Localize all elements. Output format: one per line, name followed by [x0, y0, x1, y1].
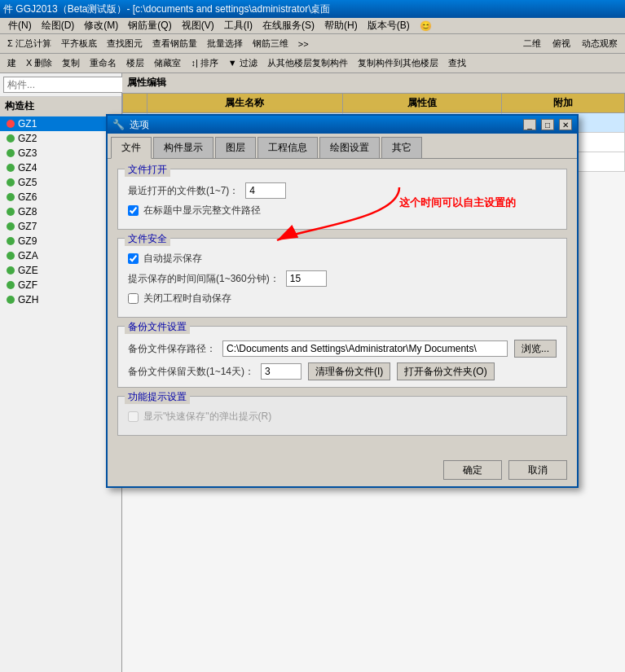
- tree-item-dot: [7, 149, 15, 157]
- toolbar-storage[interactable]: 储藏室: [150, 55, 185, 71]
- toolbar-delete[interactable]: X 删除: [22, 55, 56, 71]
- dialog-tab-工程信息[interactable]: 工程信息: [257, 137, 318, 158]
- dialog-icon: 🔧: [112, 119, 125, 130]
- tree-item-gz4[interactable]: GZ4: [0, 160, 121, 175]
- menu-item-tools[interactable]: 工具(I): [219, 17, 257, 34]
- toolbar-more[interactable]: >>: [294, 37, 313, 51]
- menu-item-help[interactable]: 帮助(H): [319, 17, 363, 34]
- toolbar-dynamic[interactable]: 动态观察: [578, 36, 622, 51]
- tree-item-gzf[interactable]: GZF: [0, 278, 121, 292]
- toolbar-2d[interactable]: 二维: [519, 36, 545, 51]
- backup-days-input[interactable]: [261, 363, 301, 380]
- tree-item-gzh[interactable]: GZH: [0, 292, 121, 307]
- tree-item-gz8[interactable]: GZ8: [0, 204, 121, 219]
- quick-save-hint-row: 显示"快速保存"的弹出提示(R): [128, 410, 557, 424]
- menu-bar: 件(N) 绘图(D) 修改(M) 钢筋量(Q) 视图(V) 工具(I) 在线服务…: [0, 18, 625, 34]
- search-input[interactable]: [3, 77, 134, 93]
- show-full-path-checkbox[interactable]: [128, 205, 139, 216]
- toolbar-top-view[interactable]: 俯视: [548, 36, 574, 51]
- browse-button[interactable]: 浏览...: [514, 340, 557, 358]
- toolbar-filter[interactable]: ▼ 过滤: [224, 55, 262, 71]
- menu-item-online[interactable]: 在线服务(S): [257, 17, 319, 34]
- toolbar-batch-select[interactable]: 批量选择: [203, 36, 247, 51]
- dialog-tab-其它[interactable]: 其它: [381, 137, 422, 158]
- save-interval-input[interactable]: [286, 270, 327, 287]
- recent-files-row: 最近打开的文件数(1~7)：: [128, 182, 557, 199]
- dialog-maximize-button[interactable]: □: [541, 119, 554, 130]
- auto-save-label: 自动提示保存: [143, 252, 202, 266]
- menu-item-version[interactable]: 版本号(B): [363, 17, 415, 34]
- file-safety-section: 文件安全 自动提示保存 提示保存的时间间隔(1~360分钟)： 关闭工程时自动保…: [117, 238, 567, 318]
- dialog-minimize-button[interactable]: _: [523, 119, 536, 130]
- tree-item-gz7[interactable]: GZ7: [0, 219, 121, 234]
- tree-item-dot: [7, 296, 15, 304]
- menu-item-file[interactable]: 件(N): [3, 17, 37, 34]
- toolbar-find-elem[interactable]: 查找图元: [103, 36, 147, 51]
- toolbar-copy[interactable]: 复制: [58, 55, 84, 71]
- cancel-button[interactable]: 取消: [508, 460, 567, 480]
- dialog-close-button[interactable]: ✕: [559, 119, 572, 130]
- tree-item-label: GZ1: [18, 118, 37, 130]
- tree-item-dot: [7, 252, 15, 260]
- tree-item-label: GZH: [18, 294, 38, 305]
- toolbar-copy-to-floor[interactable]: 复制构件到其他楼层: [354, 55, 442, 71]
- ok-button[interactable]: 确定: [443, 460, 502, 480]
- toolbar-1: Σ 汇总计算 平齐板底 查找图元 查看钢筋量 批量选择 钢筋三维 >> 二维 俯…: [0, 34, 625, 54]
- dialog-tab-图层[interactable]: 图层: [215, 137, 256, 158]
- save-interval-label: 提示保存的时间间隔(1~360分钟)：: [128, 272, 279, 286]
- recent-files-input[interactable]: [245, 182, 286, 199]
- tree-item-label: GZA: [18, 250, 38, 261]
- toolbar-sort[interactable]: ↕| 排序: [187, 55, 222, 71]
- dialog-footer: 确定 取消: [108, 454, 577, 486]
- toolbar-copy-from-floor[interactable]: 从其他楼层复制构件: [263, 55, 352, 71]
- dialog-title-text: 选项: [130, 118, 518, 132]
- tree-item-gze[interactable]: GZE: [0, 263, 121, 278]
- col-val: 属性值: [342, 94, 501, 113]
- toolbar-find[interactable]: 查找: [444, 55, 470, 71]
- tree-item-gz5[interactable]: GZ5: [0, 175, 121, 190]
- tree-item-dot: [7, 237, 15, 245]
- backup-days-label: 备份文件保留天数(1~14天)：: [128, 365, 254, 379]
- toolbar-2: 建 X 删除 复制 重命名 楼层 储藏室 ↕| 排序 ▼ 过滤 从其他楼层复制构…: [0, 54, 625, 73]
- toolbar-floor[interactable]: 楼层: [122, 55, 148, 71]
- col-num: [123, 94, 147, 113]
- tree-item-label: GZ3: [18, 147, 37, 159]
- toolbar-calc[interactable]: Σ 汇总计算: [3, 36, 55, 51]
- quick-save-hint-checkbox[interactable]: [128, 411, 139, 422]
- tree-item-dot: [7, 208, 15, 216]
- close-auto-save-label: 关闭工程时自动保存: [143, 292, 231, 305]
- dialog-tab-绘图设置[interactable]: 绘图设置: [319, 137, 380, 158]
- tree-item-gz9[interactable]: GZ9: [0, 234, 121, 248]
- show-full-path-row: 在标题中显示完整文件路径: [128, 204, 557, 217]
- toolbar-rebar-3d[interactable]: 钢筋三维: [249, 36, 293, 51]
- tree-item-dot: [7, 281, 15, 289]
- toolbar-rename[interactable]: 重命名: [86, 55, 121, 71]
- tree-item-label: GZ9: [18, 235, 37, 247]
- tree-item-gz3[interactable]: GZ3: [0, 146, 121, 160]
- menu-item-draw[interactable]: 绘图(D): [37, 17, 80, 34]
- menu-item-view[interactable]: 视图(V): [177, 17, 219, 34]
- col-extra: 附加: [501, 94, 624, 113]
- tree-item-gz1[interactable]: GZ1: [0, 116, 121, 131]
- tree-item-dot: [7, 134, 15, 143]
- open-backup-button[interactable]: 打开备份文件夹(O): [397, 362, 494, 380]
- clear-backup-button[interactable]: 清理备份文件(I): [308, 362, 390, 380]
- col-name: 属生名称: [147, 94, 343, 113]
- tree-item-label: GZ4: [18, 162, 37, 173]
- dialog-tab-文件[interactable]: 文件: [111, 137, 152, 159]
- toolbar-view-rebar[interactable]: 查看钢筋量: [148, 36, 201, 51]
- dialog-tab-构件显示[interactable]: 构件显示: [153, 137, 213, 158]
- tree-item-label: GZ7: [18, 221, 37, 232]
- auto-save-checkbox[interactable]: [128, 253, 139, 264]
- tree-item-gza[interactable]: GZA: [0, 248, 121, 263]
- dialog-title-bar: 🔧 选项 _ □ ✕: [108, 116, 577, 134]
- tree-item-gz6[interactable]: GZ6: [0, 190, 121, 204]
- menu-item-rebar[interactable]: 钢筋量(Q): [123, 17, 176, 34]
- title-bar: 件 GGJ2013（Beta测试版）- [c:\documents and se…: [0, 0, 625, 18]
- menu-item-modify[interactable]: 修改(M): [79, 17, 123, 34]
- toolbar-align[interactable]: 平齐板底: [57, 36, 101, 51]
- tree-item-gz2[interactable]: GZ2: [0, 131, 121, 146]
- backup-path-input[interactable]: [222, 340, 508, 357]
- toolbar-build[interactable]: 建: [3, 55, 20, 71]
- close-auto-save-checkbox[interactable]: [128, 293, 139, 304]
